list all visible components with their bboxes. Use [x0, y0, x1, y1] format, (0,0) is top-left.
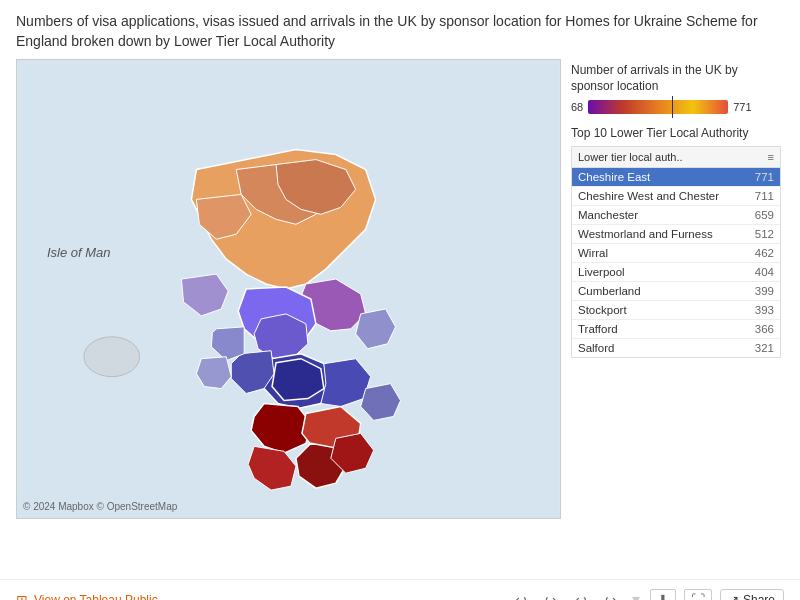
- page-title: Numbers of visa applications, visas issu…: [0, 0, 800, 59]
- redo-button[interactable]: ↪: [540, 590, 562, 600]
- legend-title: Number of arrivals in the UK by sponsor …: [571, 63, 781, 94]
- share-label: Share: [743, 593, 775, 600]
- row-value: 711: [744, 190, 774, 202]
- row-name: Cheshire East: [578, 171, 744, 183]
- row-value: 399: [744, 285, 774, 297]
- row-name: Cheshire West and Chester: [578, 190, 744, 202]
- table-row[interactable]: Westmorland and Furness512: [572, 225, 780, 244]
- table-header: Lower tier local auth.. ≡: [572, 147, 780, 168]
- scale-min: 68: [571, 101, 583, 113]
- tableau-icon: ⊞: [16, 592, 28, 600]
- scale-tick: [672, 96, 673, 118]
- row-value: 771: [744, 171, 774, 183]
- row-name: Wirral: [578, 247, 744, 259]
- undo-button[interactable]: ↩: [510, 590, 532, 600]
- table-row[interactable]: Salford321: [572, 339, 780, 357]
- map-container: Isle of Man © 2024 Mapbox © OpenStreetMa…: [16, 59, 561, 519]
- row-value: 462: [744, 247, 774, 259]
- table-row[interactable]: Manchester659: [572, 206, 780, 225]
- color-gradient: [588, 100, 728, 114]
- isle-of-man-label: Isle of Man: [47, 245, 111, 260]
- reset-button[interactable]: ↩: [570, 590, 592, 600]
- filter-icon[interactable]: ≡: [768, 151, 774, 163]
- top10-table: Lower tier local auth.. ≡ Cheshire East7…: [571, 146, 781, 358]
- footer-bar: ⊞ View on Tableau Public ↩ ↪ ↩ ↪ ▾ ⬇ ⛶ ↗…: [0, 579, 800, 600]
- color-scale-row: 68 771: [571, 100, 781, 114]
- map-credit: © 2024 Mapbox © OpenStreetMap: [23, 501, 177, 512]
- column-name-label: Lower tier local auth..: [578, 151, 683, 163]
- row-name: Cumberland: [578, 285, 744, 297]
- footer-nav: ↩ ↪ ↩ ↪ ▾ ⬇ ⛶ ↗ Share: [510, 589, 784, 600]
- row-value: 321: [744, 342, 774, 354]
- right-panel: Number of arrivals in the UK by sponsor …: [561, 59, 791, 579]
- row-value: 366: [744, 323, 774, 335]
- row-name: Liverpool: [578, 266, 744, 278]
- table-row[interactable]: Wirral462: [572, 244, 780, 263]
- forward-button[interactable]: ↪: [600, 590, 622, 600]
- row-value: 659: [744, 209, 774, 221]
- row-value: 512: [744, 228, 774, 240]
- table-row[interactable]: Trafford366: [572, 320, 780, 339]
- table-rows: Cheshire East771Cheshire West and Cheste…: [572, 168, 780, 357]
- tableau-link-label: View on Tableau Public: [34, 593, 158, 600]
- share-button[interactable]: ↗ Share: [720, 589, 784, 600]
- table-row[interactable]: Cheshire West and Chester711: [572, 187, 780, 206]
- tableau-link[interactable]: ⊞ View on Tableau Public: [16, 592, 158, 600]
- table-row[interactable]: Cumberland399: [572, 282, 780, 301]
- download-button[interactable]: ⬇: [650, 589, 676, 600]
- row-value: 393: [744, 304, 774, 316]
- scale-max: 771: [733, 101, 751, 113]
- svg-point-1: [84, 337, 140, 377]
- table-row[interactable]: Stockport393: [572, 301, 780, 320]
- table-row[interactable]: Liverpool404: [572, 263, 780, 282]
- row-name: Westmorland and Furness: [578, 228, 744, 240]
- row-name: Trafford: [578, 323, 744, 335]
- row-name: Stockport: [578, 304, 744, 316]
- row-name: Salford: [578, 342, 744, 354]
- top10-title: Top 10 Lower Tier Local Authority: [571, 126, 781, 140]
- table-row[interactable]: Cheshire East771: [572, 168, 780, 187]
- share-icon: ↗: [729, 593, 739, 600]
- fullscreen-button[interactable]: ⛶: [684, 589, 712, 600]
- row-value: 404: [744, 266, 774, 278]
- row-name: Manchester: [578, 209, 744, 221]
- main-content: Isle of Man © 2024 Mapbox © OpenStreetMa…: [0, 59, 800, 579]
